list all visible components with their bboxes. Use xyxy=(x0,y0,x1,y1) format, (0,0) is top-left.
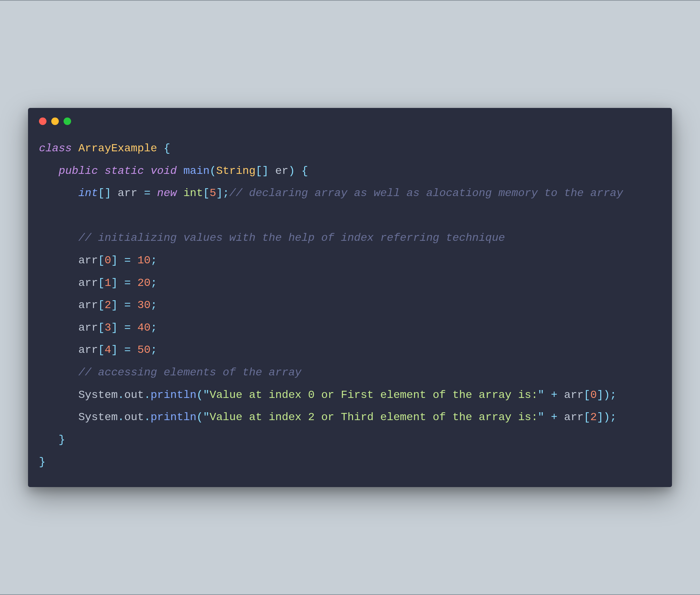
paren-close: ) xyxy=(288,165,295,177)
string-msg1: Value at index 0 or First element of the… xyxy=(210,389,538,401)
comment-access: // accessing elements of the array xyxy=(78,366,301,379)
ident-arr: arr xyxy=(118,187,137,199)
bracket-open: [ xyxy=(98,299,105,312)
bracket-close: ] xyxy=(111,299,118,312)
ident-system: System xyxy=(78,389,118,401)
quote: " xyxy=(203,411,210,424)
window-controls xyxy=(39,117,661,125)
idx-2: 2 xyxy=(105,299,111,312)
bracket-close: ] xyxy=(216,187,223,199)
val-30: 30 xyxy=(137,299,150,312)
ident-out: out xyxy=(124,389,144,401)
bracket-close: ] xyxy=(111,321,118,334)
brace-open: { xyxy=(164,142,170,155)
op-equals: = xyxy=(124,344,131,356)
bracket-open: [ xyxy=(98,321,105,334)
op-equals: = xyxy=(144,187,150,199)
brace-open: { xyxy=(301,165,308,177)
bracket-open: [ xyxy=(584,389,590,401)
keyword-public: public xyxy=(59,165,98,177)
keyword-static: static xyxy=(105,165,144,177)
bracket-open: [ xyxy=(98,277,105,289)
val-40: 40 xyxy=(137,321,150,334)
fn-main: main xyxy=(183,165,210,177)
num-size: 5 xyxy=(210,187,216,199)
brackets: [] xyxy=(98,187,111,199)
bracket-open: [ xyxy=(98,344,105,356)
ident-arr: arr xyxy=(78,299,98,312)
comment-declare: // declaring array as well as alocationg… xyxy=(229,187,623,199)
ident-out: out xyxy=(124,411,144,424)
paren-open: ( xyxy=(210,165,216,177)
keyword-void: void xyxy=(150,165,177,177)
op-plus: + xyxy=(551,389,557,401)
op-equals: = xyxy=(124,321,131,334)
idx-4: 4 xyxy=(105,344,111,356)
quote: " xyxy=(203,389,210,401)
semicolon: ; xyxy=(150,254,157,267)
fn-println: println xyxy=(150,411,196,424)
quote: " xyxy=(538,389,544,401)
brace-close: } xyxy=(59,433,65,446)
quote: " xyxy=(538,411,544,424)
idx-1: 1 xyxy=(105,277,111,289)
code-block: class ArrayExample { public static void … xyxy=(39,137,661,473)
ident-system: System xyxy=(78,411,118,424)
bracket-close: ] xyxy=(597,389,603,401)
paren-close: ) xyxy=(603,411,610,424)
paren-open: ( xyxy=(197,411,203,424)
val-10: 10 xyxy=(137,254,150,267)
val-20: 20 xyxy=(137,277,150,289)
fn-println: println xyxy=(150,389,196,401)
semicolon: ; xyxy=(150,344,157,356)
semicolon: ; xyxy=(610,411,617,424)
type-string: String xyxy=(216,165,255,177)
dot: . xyxy=(144,411,150,424)
op-plus: + xyxy=(551,411,557,424)
brackets: [] xyxy=(256,165,269,177)
maximize-icon[interactable] xyxy=(64,117,71,125)
keyword-new: new xyxy=(157,187,177,199)
ident-arr: arr xyxy=(78,344,98,356)
semicolon: ; xyxy=(150,277,157,289)
bracket-open: [ xyxy=(203,187,210,199)
op-equals: = xyxy=(124,254,131,267)
code-window: class ArrayExample { public static void … xyxy=(28,108,672,487)
ident-arr: arr xyxy=(78,254,98,267)
param-er: er xyxy=(275,165,288,177)
op-equals: = xyxy=(124,277,131,289)
comment-init: // initializing values with the help of … xyxy=(78,232,505,244)
semicolon: ; xyxy=(610,389,617,401)
idx-0: 0 xyxy=(105,254,111,267)
bracket-close: ] xyxy=(597,411,603,424)
val-50: 50 xyxy=(137,344,150,356)
semicolon: ; xyxy=(150,299,157,312)
dot: . xyxy=(144,389,150,401)
paren-open: ( xyxy=(197,389,203,401)
bracket-close: ] xyxy=(111,277,118,289)
idx-print-0: 0 xyxy=(590,389,597,401)
semicolon: ; xyxy=(150,321,157,334)
keyword-class: class xyxy=(39,142,72,155)
dot: . xyxy=(118,411,124,424)
semicolon: ; xyxy=(223,187,229,199)
brace-close: } xyxy=(39,456,45,468)
string-msg2: Value at index 2 or Third element of the… xyxy=(210,411,538,424)
close-icon[interactable] xyxy=(39,117,46,125)
type-int: int xyxy=(78,187,98,199)
type-int-ctor: int xyxy=(183,187,203,199)
bracket-close: ] xyxy=(111,254,118,267)
op-equals: = xyxy=(124,299,131,312)
minimize-icon[interactable] xyxy=(51,117,59,125)
class-name: ArrayExample xyxy=(78,142,157,155)
idx-print-2: 2 xyxy=(590,411,597,424)
bracket-close: ] xyxy=(111,344,118,356)
idx-3: 3 xyxy=(105,321,111,334)
dot: . xyxy=(118,389,124,401)
ident-arr: arr xyxy=(564,411,584,424)
paren-close: ) xyxy=(603,389,610,401)
ident-arr: arr xyxy=(78,321,98,334)
bracket-open: [ xyxy=(584,411,590,424)
ident-arr: arr xyxy=(78,277,98,289)
bracket-open: [ xyxy=(98,254,105,267)
